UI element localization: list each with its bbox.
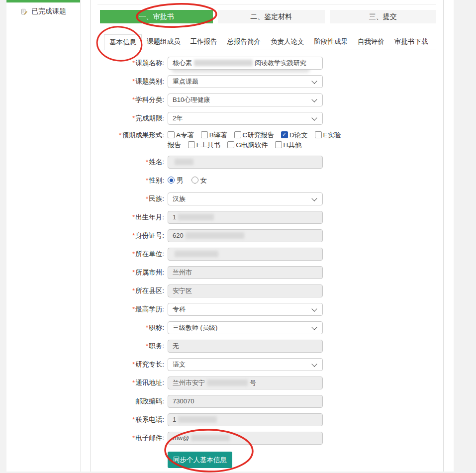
checkbox-option-D论文[interactable]: D论文: [281, 131, 308, 139]
postal_code-input[interactable]: 730070: [168, 395, 323, 408]
checkbox-option-F工具书[interactable]: F工具书: [188, 141, 221, 149]
radio-option-男[interactable]: 男: [168, 177, 184, 184]
subtab-2[interactable]: 课题组成员: [142, 34, 186, 49]
field-label-specialty: *研究专长:: [91, 358, 164, 371]
field-label-address: *通讯地址:: [91, 377, 164, 389]
field-education: 专科: [168, 303, 323, 316]
field-label-ethnicity: *民族:: [91, 192, 164, 205]
name-input[interactable]: [168, 156, 323, 169]
id_number-input[interactable]: 620: [168, 229, 323, 242]
basic-info-form: *课题名称:核心素阅读教学实践研究*课题类别:重点课题*学科分类:B10心理健康…: [91, 57, 443, 445]
field-email: mw@: [168, 432, 323, 445]
field-city: 兰州市: [168, 266, 323, 279]
required-marker: *: [146, 195, 148, 202]
form-row-topic_category: *课题类别:重点课题: [91, 75, 443, 88]
checkbox-option-H其他[interactable]: H其他: [275, 141, 302, 149]
chevron-down-icon: [311, 195, 317, 201]
sidebar-item-completed-topics[interactable]: 已完成课题: [6, 7, 80, 16]
subtab-5[interactable]: 负责人论文: [266, 34, 309, 49]
redacted-text: [175, 159, 193, 165]
field-phone: 1: [168, 413, 323, 426]
birth-input[interactable]: 1: [168, 211, 323, 224]
redacted-text: [194, 60, 253, 66]
specialty-select[interactable]: 语文: [168, 358, 323, 371]
topic_name-input[interactable]: 核心素阅读教学实践研究: [168, 57, 323, 70]
field-position: 无: [168, 340, 323, 353]
checkbox-option-C研究报告[interactable]: C研究报告: [234, 131, 275, 139]
redacted-text: [175, 251, 218, 257]
subtab-4[interactable]: 总报告简介: [222, 34, 266, 49]
checkbox-option-A专著[interactable]: A专著: [168, 131, 194, 139]
form-row-phone: *联系电话:1: [91, 413, 443, 426]
position-input[interactable]: 无: [168, 340, 323, 353]
required-marker: *: [132, 287, 135, 294]
field-subject_class: B10心理健康: [168, 94, 323, 106]
radio-circle: [168, 177, 175, 184]
field-label-work_unit: *所在单位:: [91, 248, 164, 261]
district-input[interactable]: 安宁区: [168, 284, 323, 297]
required-marker: *: [132, 416, 135, 423]
step-tab-1[interactable]: 一、审批书: [100, 10, 213, 23]
subject_class-value: B10心理健康: [173, 94, 312, 106]
field-id_number: 620: [168, 229, 323, 242]
redacted-text: [178, 416, 217, 423]
education-select[interactable]: 专科: [168, 303, 323, 316]
checkbox-option-B译著[interactable]: B译著: [201, 131, 227, 139]
form-row-gender: *性别:男女: [91, 174, 443, 187]
form-row-duration: *完成期限:2年: [91, 112, 443, 125]
field-label-city: *所属市州:: [91, 266, 164, 279]
form-row-name: *姓名:: [91, 156, 443, 169]
form-row-title: *职称:三级教师 (员级): [91, 321, 443, 334]
checkbox-box: [227, 141, 234, 148]
field-topic_category: 重点课题: [168, 75, 323, 88]
checkbox-box: [168, 131, 175, 138]
redacted-text: [191, 435, 230, 441]
duration-select[interactable]: 2年: [168, 112, 323, 125]
checkbox-box: [188, 141, 195, 148]
field-duration: 2年: [168, 112, 323, 125]
checkbox-option-G电脑软件[interactable]: G电脑软件: [227, 141, 268, 149]
chevron-down-icon: [311, 115, 317, 120]
form-row-ethnicity: *民族:汉族: [91, 192, 443, 205]
form-row-work_unit: *所在单位:: [91, 248, 443, 261]
panel-top-divider: [97, 4, 436, 4]
field-work_unit: [168, 248, 323, 261]
field-title: 三级教师 (员级): [168, 321, 323, 334]
phone-input[interactable]: 1: [168, 413, 323, 426]
checkbox-box: [234, 131, 241, 138]
field-label-title: *职称:: [91, 321, 164, 334]
field-specialty: 语文: [168, 358, 323, 371]
field-gender: 男女: [168, 176, 215, 186]
gender-options: 男女: [168, 176, 215, 186]
subtab-7[interactable]: 自我评价: [353, 34, 389, 49]
radio-option-女[interactable]: 女: [191, 177, 207, 184]
work_unit-input[interactable]: [168, 248, 323, 261]
step-tab-3[interactable]: 三、提交: [330, 10, 437, 23]
city-input[interactable]: 兰州市: [168, 266, 323, 279]
page-background: 已完成课题 一、审批书二、鉴定材料三、提交 基本信息课题组成员工作报告总报告简介…: [6, 0, 454, 472]
ethnicity-select[interactable]: 汉族: [168, 192, 323, 205]
form-row-topic_name: *课题名称:核心素阅读教学实践研究: [91, 57, 443, 70]
form-row-expected_results: *预期成果形式:A专著 B译著 C研究报告 D论文 E实验报告 F工具书 G电脑…: [91, 130, 443, 150]
sync-personal-info-button[interactable]: 同步个人基本信息: [168, 452, 232, 468]
specialty-value: 语文: [173, 359, 312, 371]
field-label-subject_class: *学科分类:: [91, 94, 164, 106]
field-postal_code: 730070: [168, 395, 323, 408]
form-row-id_number: *身份证号:620: [91, 229, 443, 242]
step-tab-2[interactable]: 二、鉴定材料: [218, 10, 325, 23]
field-label-name: *姓名:: [91, 156, 164, 169]
field-ethnicity: 汉族: [168, 192, 323, 205]
required-marker: *: [132, 250, 135, 258]
title-select[interactable]: 三级教师 (员级): [168, 321, 323, 334]
field-label-education: *最高学历:: [91, 303, 164, 316]
address-input[interactable]: 兰州市安宁号: [168, 377, 323, 389]
subtab-3[interactable]: 工作报告: [186, 34, 222, 49]
email-input[interactable]: mw@: [168, 432, 323, 445]
radio-circle: [191, 177, 198, 184]
subtab-6[interactable]: 阶段性成果: [309, 34, 353, 49]
form-row-address: *通讯地址:兰州市安宁号: [91, 377, 443, 389]
subtab-8[interactable]: 审批书下载: [389, 34, 433, 49]
subject_class-select[interactable]: B10心理健康: [168, 94, 323, 106]
topic_category-select[interactable]: 重点课题: [168, 75, 323, 88]
subtab-1[interactable]: 基本信息: [104, 34, 142, 50]
